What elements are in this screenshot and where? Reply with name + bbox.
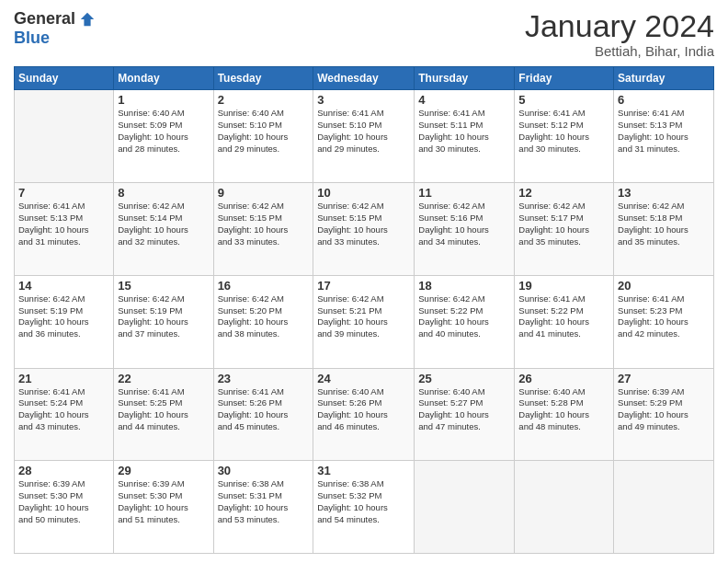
day-number: 28 xyxy=(18,464,109,477)
day-number: 12 xyxy=(518,186,609,200)
day-number: 23 xyxy=(218,372,310,385)
calendar-day-cell: 6Sunrise: 6:41 AMSunset: 5:13 PMDaylight… xyxy=(614,90,714,183)
calendar-day-cell: 22Sunrise: 6:41 AMSunset: 5:25 PMDayligh… xyxy=(114,368,213,461)
calendar-day-header: Thursday xyxy=(415,67,515,90)
calendar-day-cell: 24Sunrise: 6:40 AMSunset: 5:26 PMDayligh… xyxy=(313,368,415,461)
logo-text: General xyxy=(14,9,96,29)
day-info: Sunrise: 6:41 AMSunset: 5:11 PMDaylight:… xyxy=(418,108,510,155)
logo-general: General xyxy=(14,9,75,29)
day-info: Sunrise: 6:41 AMSunset: 5:22 PMDaylight:… xyxy=(518,293,609,340)
logo-blue: Blue xyxy=(14,29,50,48)
day-number: 17 xyxy=(317,279,410,293)
calendar-day-cell: 21Sunrise: 6:41 AMSunset: 5:24 PMDayligh… xyxy=(15,368,114,461)
day-number: 21 xyxy=(18,372,109,385)
day-number: 1 xyxy=(118,93,209,107)
page: General Blue January 2024 Bettiah, Bihar… xyxy=(0,0,728,563)
calendar-day-header: Monday xyxy=(114,67,213,90)
day-number: 22 xyxy=(118,372,209,385)
calendar-day-cell: 17Sunrise: 6:42 AMSunset: 5:21 PMDayligh… xyxy=(313,275,415,368)
calendar-day-cell: 19Sunrise: 6:41 AMSunset: 5:22 PMDayligh… xyxy=(515,275,614,368)
day-info: Sunrise: 6:41 AMSunset: 5:24 PMDaylight:… xyxy=(18,386,109,433)
day-info: Sunrise: 6:42 AMSunset: 5:14 PMDaylight:… xyxy=(118,201,209,247)
month-title: January 2024 xyxy=(525,9,714,43)
day-info: Sunrise: 6:42 AMSunset: 5:19 PMDaylight:… xyxy=(18,293,109,340)
day-number: 10 xyxy=(317,186,410,200)
day-number: 25 xyxy=(418,372,510,385)
calendar-day-cell: 11Sunrise: 6:42 AMSunset: 5:16 PMDayligh… xyxy=(415,183,515,276)
day-info: Sunrise: 6:42 AMSunset: 5:15 PMDaylight:… xyxy=(317,201,410,247)
day-info: Sunrise: 6:41 AMSunset: 5:12 PMDaylight:… xyxy=(518,108,609,155)
title-section: January 2024 Bettiah, Bihar, India xyxy=(525,9,714,59)
day-number: 14 xyxy=(18,279,109,293)
calendar-day-cell: 2Sunrise: 6:40 AMSunset: 5:10 PMDaylight… xyxy=(213,90,313,183)
calendar-day-cell xyxy=(15,90,114,183)
calendar-day-cell: 3Sunrise: 6:41 AMSunset: 5:10 PMDaylight… xyxy=(313,90,415,183)
day-info: Sunrise: 6:40 AMSunset: 5:28 PMDaylight:… xyxy=(518,386,609,433)
day-info: Sunrise: 6:42 AMSunset: 5:19 PMDaylight:… xyxy=(118,293,209,340)
day-info: Sunrise: 6:39 AMSunset: 5:29 PMDaylight:… xyxy=(618,386,710,433)
calendar-day-cell: 28Sunrise: 6:39 AMSunset: 5:30 PMDayligh… xyxy=(15,461,114,554)
day-number: 6 xyxy=(618,93,710,107)
day-info: Sunrise: 6:42 AMSunset: 5:17 PMDaylight:… xyxy=(518,201,609,247)
calendar-day-cell: 1Sunrise: 6:40 AMSunset: 5:09 PMDaylight… xyxy=(114,90,213,183)
day-number: 11 xyxy=(418,186,510,200)
calendar-day-cell: 13Sunrise: 6:42 AMSunset: 5:18 PMDayligh… xyxy=(614,183,714,276)
calendar-day-cell: 8Sunrise: 6:42 AMSunset: 5:14 PMDaylight… xyxy=(114,183,213,276)
calendar-day-cell: 16Sunrise: 6:42 AMSunset: 5:20 PMDayligh… xyxy=(213,275,313,368)
day-number: 7 xyxy=(18,186,109,200)
day-info: Sunrise: 6:38 AMSunset: 5:31 PMDaylight:… xyxy=(218,478,310,525)
day-number: 8 xyxy=(118,186,209,200)
day-info: Sunrise: 6:38 AMSunset: 5:32 PMDaylight:… xyxy=(317,478,410,525)
calendar-week-row: 21Sunrise: 6:41 AMSunset: 5:24 PMDayligh… xyxy=(15,368,714,461)
day-number: 16 xyxy=(218,279,310,293)
day-number: 19 xyxy=(518,279,609,293)
day-number: 20 xyxy=(618,279,710,293)
calendar-header-row: SundayMondayTuesdayWednesdayThursdayFrid… xyxy=(15,67,714,90)
calendar-day-cell: 18Sunrise: 6:42 AMSunset: 5:22 PMDayligh… xyxy=(415,275,515,368)
day-number: 29 xyxy=(118,464,209,477)
day-number: 31 xyxy=(317,464,410,477)
day-number: 3 xyxy=(317,93,410,107)
calendar-day-cell: 29Sunrise: 6:39 AMSunset: 5:30 PMDayligh… xyxy=(114,461,213,554)
calendar-table: SundayMondayTuesdayWednesdayThursdayFrid… xyxy=(14,66,714,554)
day-info: Sunrise: 6:42 AMSunset: 5:20 PMDaylight:… xyxy=(218,293,310,340)
svg-marker-0 xyxy=(81,12,94,25)
logo-icon xyxy=(79,11,96,28)
day-number: 24 xyxy=(317,372,410,385)
calendar-day-cell: 15Sunrise: 6:42 AMSunset: 5:19 PMDayligh… xyxy=(114,275,213,368)
day-info: Sunrise: 6:41 AMSunset: 5:13 PMDaylight:… xyxy=(618,108,710,155)
calendar-day-cell xyxy=(415,461,515,554)
day-info: Sunrise: 6:40 AMSunset: 5:09 PMDaylight:… xyxy=(118,108,209,155)
day-info: Sunrise: 6:42 AMSunset: 5:22 PMDaylight:… xyxy=(418,293,510,340)
location: Bettiah, Bihar, India xyxy=(525,43,714,59)
day-number: 30 xyxy=(218,464,310,477)
day-info: Sunrise: 6:41 AMSunset: 5:23 PMDaylight:… xyxy=(618,293,710,340)
logo: General Blue xyxy=(14,9,96,48)
calendar-day-cell: 9Sunrise: 6:42 AMSunset: 5:15 PMDaylight… xyxy=(213,183,313,276)
calendar-week-row: 28Sunrise: 6:39 AMSunset: 5:30 PMDayligh… xyxy=(15,461,714,554)
calendar-day-header: Sunday xyxy=(15,67,114,90)
calendar-day-cell: 26Sunrise: 6:40 AMSunset: 5:28 PMDayligh… xyxy=(515,368,614,461)
calendar-day-cell: 20Sunrise: 6:41 AMSunset: 5:23 PMDayligh… xyxy=(614,275,714,368)
calendar-day-cell: 12Sunrise: 6:42 AMSunset: 5:17 PMDayligh… xyxy=(515,183,614,276)
calendar-day-header: Saturday xyxy=(614,67,714,90)
day-info: Sunrise: 6:39 AMSunset: 5:30 PMDaylight:… xyxy=(118,478,209,525)
calendar-day-header: Friday xyxy=(515,67,614,90)
day-number: 27 xyxy=(618,372,710,385)
day-info: Sunrise: 6:41 AMSunset: 5:26 PMDaylight:… xyxy=(218,386,310,433)
day-info: Sunrise: 6:42 AMSunset: 5:18 PMDaylight:… xyxy=(618,201,710,247)
calendar-day-cell: 5Sunrise: 6:41 AMSunset: 5:12 PMDaylight… xyxy=(515,90,614,183)
calendar-day-cell: 14Sunrise: 6:42 AMSunset: 5:19 PMDayligh… xyxy=(15,275,114,368)
calendar-day-cell: 30Sunrise: 6:38 AMSunset: 5:31 PMDayligh… xyxy=(213,461,313,554)
calendar-week-row: 14Sunrise: 6:42 AMSunset: 5:19 PMDayligh… xyxy=(15,275,714,368)
header: General Blue January 2024 Bettiah, Bihar… xyxy=(14,9,714,59)
day-info: Sunrise: 6:39 AMSunset: 5:30 PMDaylight:… xyxy=(18,478,109,525)
day-info: Sunrise: 6:42 AMSunset: 5:21 PMDaylight:… xyxy=(317,293,410,340)
day-info: Sunrise: 6:41 AMSunset: 5:25 PMDaylight:… xyxy=(118,386,209,433)
day-number: 26 xyxy=(518,372,609,385)
calendar-day-cell: 25Sunrise: 6:40 AMSunset: 5:27 PMDayligh… xyxy=(415,368,515,461)
calendar-day-cell: 23Sunrise: 6:41 AMSunset: 5:26 PMDayligh… xyxy=(213,368,313,461)
day-number: 4 xyxy=(418,93,510,107)
day-info: Sunrise: 6:40 AMSunset: 5:27 PMDaylight:… xyxy=(418,386,510,433)
calendar-day-cell xyxy=(614,461,714,554)
